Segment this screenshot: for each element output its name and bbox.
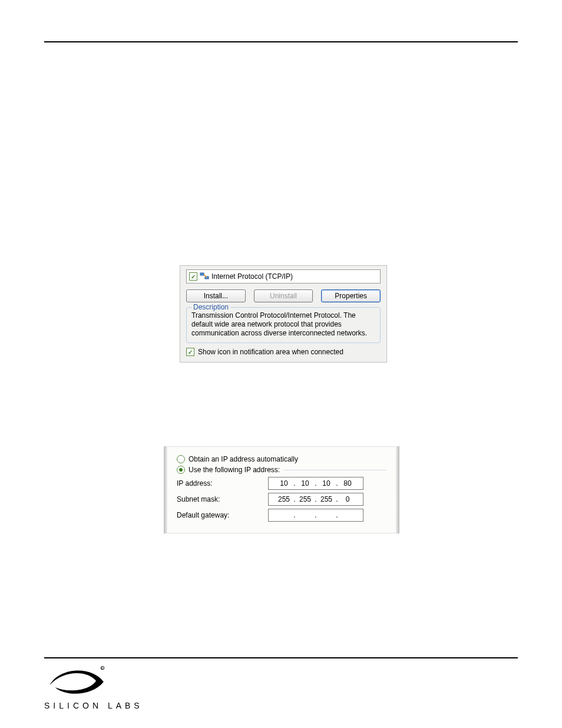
- protocol-list-item[interactable]: ✓ Internet Protocol (TCP/IP): [186, 269, 381, 284]
- radio-manual-label: Use the following IP address:: [189, 466, 280, 474]
- install-button[interactable]: Install...: [186, 289, 246, 302]
- subnet-mask-label: Subnet mask:: [177, 495, 268, 503]
- mask-oct4[interactable]: 0: [339, 495, 356, 503]
- default-gateway-label: Default gateway:: [177, 511, 268, 519]
- properties-button[interactable]: Properties: [321, 289, 381, 302]
- uninstall-button: Uninstall: [254, 289, 313, 302]
- description-group: Description Transmission Control Protoco…: [186, 307, 381, 343]
- default-gateway-input[interactable]: . . .: [268, 509, 363, 522]
- radio-manual-row[interactable]: Use the following IP address:: [177, 466, 386, 474]
- ip-address-input[interactable]: 10. 10. 10. 80: [268, 477, 363, 490]
- silicon-labs-logo: R SILICON LABS: [44, 663, 518, 710]
- ip-oct3[interactable]: 10: [318, 479, 335, 487]
- mask-oct1[interactable]: 255: [275, 495, 293, 503]
- brand-text: SILICON LABS: [44, 701, 143, 710]
- swirl-icon: R: [44, 663, 109, 699]
- radio-auto-label: Obtain an IP address automatically: [189, 455, 298, 463]
- header-divider: [44, 41, 518, 42]
- subnet-mask-input[interactable]: 255. 255. 255. 0: [268, 493, 363, 506]
- description-text: Transmission Control Protocol/Internet P…: [191, 311, 375, 338]
- radio-auto-row[interactable]: Obtain an IP address automatically: [177, 455, 386, 463]
- network-icon: [200, 272, 209, 282]
- ip-oct4[interactable]: 80: [339, 479, 356, 487]
- subnet-mask-row: Subnet mask: 255. 255. 255. 0: [177, 493, 386, 506]
- ip-oct1[interactable]: 10: [275, 479, 293, 487]
- ip-address-label: IP address:: [177, 479, 268, 487]
- radio-manual[interactable]: [177, 466, 185, 474]
- protocol-label: Internet Protocol (TCP/IP): [211, 272, 293, 281]
- mask-oct2[interactable]: 255: [296, 495, 314, 503]
- mask-oct3[interactable]: 255: [318, 495, 335, 503]
- tcpip-dialog-fragment: ✓ Internet Protocol (TCP/IP) Install... …: [180, 265, 387, 363]
- right-shadow: [396, 446, 399, 533]
- show-icon-checkbox[interactable]: ✓: [186, 348, 194, 356]
- group-divider: [285, 470, 386, 470]
- default-gateway-row: Default gateway: . . .: [177, 509, 386, 522]
- radio-auto[interactable]: [177, 455, 185, 463]
- ip-settings-fragment: Obtain an IP address automatically Use t…: [164, 446, 399, 533]
- ip-oct2[interactable]: 10: [296, 479, 314, 487]
- svg-rect-0: [200, 273, 204, 275]
- footer-divider: [44, 657, 518, 658]
- ip-address-row: IP address: 10. 10. 10. 80: [177, 477, 386, 490]
- page-footer: R SILICON LABS: [44, 657, 518, 710]
- protocol-checkbox[interactable]: ✓: [189, 272, 197, 281]
- show-icon-label: Show icon in notification area when conn…: [198, 348, 343, 356]
- description-legend: Description: [191, 303, 230, 311]
